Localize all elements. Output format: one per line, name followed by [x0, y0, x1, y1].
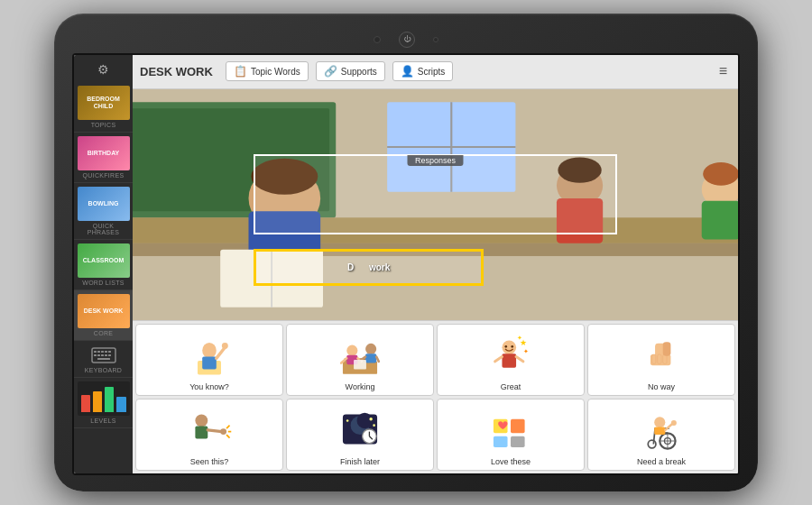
seen-this-icon	[140, 403, 279, 455]
svg-point-64	[195, 415, 208, 427]
top-bar: DESK WORK 📋 Topic Words 🔗 Supports 👤 Scr…	[133, 55, 738, 89]
svg-point-49	[502, 340, 516, 354]
settings-icon: ⚙	[97, 62, 109, 77]
level-bar-2	[93, 391, 102, 412]
supports-icon: 🔗	[324, 65, 337, 78]
svg-rect-82	[494, 436, 508, 447]
svg-rect-35	[202, 357, 217, 370]
topics-thumbnail: BEDROOMCHILD	[78, 86, 130, 120]
sidebar: ⚙ BEDROOMCHILD TOPICS BIRTHDAY QUICKFIRE…	[74, 55, 133, 473]
camera-indicator	[374, 36, 381, 43]
level-bar-1	[81, 395, 90, 412]
svg-point-73	[357, 413, 373, 428]
sidebar-item-quickfires[interactable]: BIRTHDAY QUICKFIRES	[74, 133, 133, 183]
svg-rect-27	[702, 201, 738, 240]
svg-rect-81	[511, 419, 525, 434]
love-these-label: Love these	[491, 457, 531, 466]
sidebar-item-topics[interactable]: BEDROOMCHILD TOPICS	[74, 82, 133, 133]
svg-point-40	[346, 345, 357, 356]
need-a-break-icon	[592, 403, 731, 455]
finish-later-icon	[291, 403, 429, 455]
svg-point-76	[346, 419, 349, 422]
topic-words-label: Topic Words	[251, 67, 300, 77]
working-label: Working	[346, 382, 375, 391]
svg-rect-48	[354, 360, 366, 369]
scripts-label: Scripts	[418, 67, 446, 77]
svg-rect-3	[101, 351, 104, 353]
sidebar-item-quick-phrases[interactable]: BOWLING QUICK PHRASES	[74, 183, 133, 240]
video-area: Responses D work	[133, 89, 738, 320]
topic-words-button[interactable]: 📋 Topic Words	[226, 61, 309, 81]
you-know-label: You know?	[189, 382, 229, 391]
vocab-cell-love-these[interactable]: Love these	[437, 399, 585, 471]
svg-point-67	[220, 428, 226, 435]
sidebar-item-whiteboard[interactable]: Levels	[74, 378, 133, 428]
svg-line-52	[516, 357, 523, 362]
menu-button[interactable]: ≡	[715, 63, 731, 79]
working-icon	[291, 328, 429, 381]
topics-label: TOPICS	[91, 122, 116, 128]
tablet-screen: ⚙ BEDROOMCHILD TOPICS BIRTHDAY QUICKFIRE…	[72, 53, 740, 475]
svg-line-66	[208, 430, 222, 432]
svg-point-56	[505, 345, 508, 348]
svg-rect-2	[97, 351, 100, 353]
level-bar-3	[105, 387, 114, 412]
vocab-cell-working[interactable]: Working	[286, 324, 434, 396]
supports-label: Supports	[341, 67, 377, 77]
core-label: CORE	[94, 330, 113, 336]
great-label: Great	[501, 382, 521, 391]
you-know-icon	[140, 328, 279, 381]
supports-button[interactable]: 🔗 Supports	[316, 61, 385, 81]
quick-phrases-label: QUICK PHRASES	[76, 223, 131, 235]
svg-rect-1	[94, 351, 97, 353]
vocab-cell-finish-later[interactable]: Finish later	[286, 399, 434, 471]
vocab-cell-you-know[interactable]: You know?	[135, 324, 283, 396]
scripts-button[interactable]: 👤 Scripts	[392, 61, 454, 81]
level-bar-4	[116, 397, 125, 412]
vocab-cell-great[interactable]: ★ ✦ ✦ Great	[437, 324, 585, 396]
responses-label: Responses	[408, 155, 463, 166]
vocab-cell-no-way[interactable]: No way	[587, 324, 735, 396]
quickfires-thumbnail: BIRTHDAY	[78, 136, 130, 170]
seen-this-label: Seen this?	[190, 457, 229, 466]
vocab-grid: You know?	[133, 320, 738, 473]
svg-rect-83	[511, 436, 525, 447]
svg-text:✦: ✦	[523, 348, 529, 354]
settings-button[interactable]: ⚙	[74, 59, 133, 80]
svg-point-89	[654, 417, 665, 427]
svg-rect-11	[97, 358, 110, 360]
levels-thumbnail	[78, 381, 130, 416]
no-way-icon	[592, 328, 731, 381]
sidebar-item-keyboard[interactable]: KEYBOARD	[74, 341, 133, 378]
svg-point-75	[373, 424, 375, 427]
svg-point-92	[671, 420, 677, 426]
keyboard-label: KEYBOARD	[85, 367, 122, 373]
word-lists-thumbnail: CLASSROOM	[78, 243, 130, 278]
sidebar-item-core[interactable]: DESK WORK CORE	[74, 290, 133, 341]
power-button[interactable]: ⏻	[399, 32, 415, 48]
sidebar-item-word-lists[interactable]: CLASSROOM WORD LISTS	[74, 240, 133, 290]
page-title: DESK WORK	[140, 65, 213, 78]
svg-rect-9	[105, 354, 107, 356]
svg-point-57	[511, 345, 513, 348]
vocab-cell-seen-this[interactable]: Seen this?	[135, 399, 283, 471]
svg-rect-60	[652, 354, 656, 363]
svg-line-68	[226, 426, 229, 428]
svg-rect-7	[97, 354, 100, 356]
svg-rect-8	[101, 354, 104, 356]
svg-rect-5	[108, 351, 111, 353]
svg-text:✦: ✦	[517, 335, 522, 341]
core-thumbnail: DESK WORK	[78, 294, 130, 328]
svg-line-51	[495, 357, 503, 362]
svg-point-28	[703, 162, 738, 186]
svg-point-88	[648, 440, 656, 448]
svg-line-70	[226, 435, 229, 437]
vocab-cell-need-a-break[interactable]: Need a break	[587, 399, 735, 471]
tablet: ⏻ ⚙ BEDROOMCHILD TOPICS BIRTHDAY QUICKFI…	[54, 14, 758, 491]
keyboard-icon	[89, 344, 118, 366]
great-icon: ★ ✦ ✦	[441, 328, 580, 381]
word-lists-label: WORD LISTS	[82, 280, 125, 286]
finish-later-label: Finish later	[340, 457, 380, 466]
work-label: D work	[347, 262, 390, 272]
topic-words-icon: 📋	[234, 65, 247, 78]
